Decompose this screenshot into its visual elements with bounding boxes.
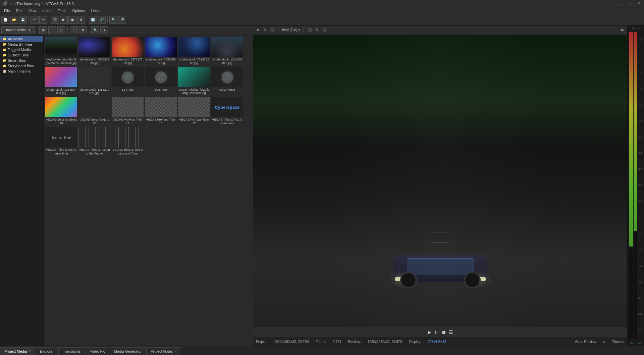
properties-button[interactable]: i	[70, 26, 78, 34]
toolbar: 📄 📂 💾 ↩ ↪ 🎬 ▶ ⏹ ⏸ 🔄 🔗 🔍 🔎	[0, 14, 644, 26]
preview-stop-button[interactable]: ⏹	[441, 329, 446, 335]
menu-edit[interactable]: Edit	[13, 8, 25, 13]
media-item-4[interactable]: shutterstock_705666589.jpg	[145, 36, 177, 66]
media-label-6: shutterstock_1261486828.jpg	[212, 58, 243, 65]
media-item-cyberspace[interactable]: Cyberspace VEGAS Titles & Text Cyberspac…	[211, 96, 244, 126]
preview-settings-button[interactable]: ⚙	[255, 28, 261, 33]
media-item-gamer[interactable]: Gamer time VEGAS Titles & Text Gamer tim…	[45, 127, 77, 156]
media-thumb-7	[45, 67, 77, 87]
sidebar-item-smart-bins[interactable]: 📁 Smart Bins	[0, 58, 43, 63]
media-thumb-4	[145, 37, 177, 57]
media-item-sly[interactable]: 🎵 SLY.mp3	[111, 66, 144, 96]
sidebar-item-all-media[interactable]: 📁 All Media	[0, 36, 43, 42]
tab-transitions[interactable]: Transitions	[58, 347, 85, 355]
import-dropdown-icon[interactable]: ▾	[29, 28, 30, 32]
media-item-2[interactable]: shutterstock_496542295.jpg	[78, 36, 111, 66]
media-label-protype-17: VEGAS ProType Titler 17	[178, 118, 210, 125]
view-list-button[interactable]: ☰	[48, 26, 56, 34]
media-item-protype-17[interactable]: VEGAS ProType Titler 17	[178, 96, 210, 126]
menu-file[interactable]: File	[1, 8, 13, 13]
media-item-8[interactable]: shutterstock_1386279077.jpg	[78, 66, 111, 96]
tab-project-media[interactable]: Project Media ✕	[0, 347, 35, 355]
menu-view[interactable]: View	[26, 8, 39, 13]
media-item-space-time[interactable]: VEGAS Titles & Text Space and Time	[111, 127, 144, 156]
close-button[interactable]: ✕	[636, 1, 641, 6]
media-item-sourav[interactable]: sourav-mishra-P6i2v-l1aNg-unsplash.jpg	[178, 66, 210, 96]
filter-button[interactable]: ▾	[100, 26, 108, 34]
media-label-space-time: VEGAS Titles & Text Space and Time	[112, 148, 143, 156]
tab-media-generator[interactable]: Media Generator	[110, 347, 146, 355]
tab-explorer[interactable]: Explorer	[36, 347, 58, 355]
media-item-sos[interactable]: 🎵 SOS.mp3	[145, 66, 177, 96]
undo-button[interactable]: ↩	[31, 16, 39, 24]
preview-pause-button[interactable]: ⏸	[434, 329, 439, 335]
meter-tick-labels: -3-6-9-12-15-18-21-24-27-30-33-36-39-42-…	[638, 32, 643, 339]
video-preview-label: Video Preview	[575, 340, 596, 344]
media-label-sly: SLY.mp3	[122, 88, 133, 92]
media-item-7[interactable]: shutterstock_1354817051.jpg	[45, 66, 77, 96]
sidebar-item-custom-bins[interactable]: 📁 Custom Bins	[0, 52, 43, 58]
preview-menu-button[interactable]: ☰	[449, 329, 453, 335]
media-thumb-into-future	[78, 127, 110, 147]
preview-safe-zones[interactable]: ⬛	[321, 28, 328, 33]
media-thumb-2	[78, 37, 110, 57]
media-item-color-gradient[interactable]: VEGAS Color Gradient 19	[45, 96, 77, 126]
media-item-noise-texture[interactable]: VEGAS Noise Texture 20	[78, 96, 111, 126]
media-item-protype-16[interactable]: VEGAS ProType Titler 16	[145, 96, 177, 126]
view-thumbnails-button[interactable]: ⊞	[39, 26, 47, 34]
preview-scopes-button[interactable]: ⬛	[269, 28, 276, 33]
sidebar-item-media-by-type[interactable]: 📁 Media By Type	[0, 42, 43, 47]
media-item-5[interactable]: shutterstock_711420265.jpg	[178, 36, 210, 66]
tab-project-notes[interactable]: Project Notes ✕	[146, 347, 181, 355]
remove-button[interactable]: ✕	[79, 26, 87, 34]
save-button[interactable]: 💾	[19, 16, 27, 24]
tab-video-fx[interactable]: Video FX	[86, 347, 109, 355]
auto-preview-button[interactable]: ▷	[57, 26, 65, 34]
preview-fx-button[interactable]: fx	[262, 28, 268, 33]
media-item-6[interactable]: shutterstock_1261486828.jpg	[211, 36, 244, 66]
redo-button[interactable]: ↪	[39, 16, 47, 24]
media-item-3[interactable]: shutterstock_597717269.jpg	[111, 36, 144, 66]
folder-icon: 📁	[3, 37, 6, 41]
play-button[interactable]: ▶	[60, 16, 68, 24]
sidebar-item-main-timeline[interactable]: 📋 Main Timeline	[0, 69, 43, 74]
preview-quality-dropdown[interactable]: Best (Full) ▾	[281, 28, 301, 33]
video-preview-close[interactable]: ✕	[603, 340, 605, 344]
pause-button[interactable]: ⏸	[77, 16, 85, 24]
zoom-in-button[interactable]: 🔍	[109, 16, 117, 24]
media-label-cyberspace: VEGAS Titles & Text Cyberspace	[212, 118, 243, 125]
render-button[interactable]: 🎬	[51, 16, 59, 24]
stop-button[interactable]: ⏹	[68, 16, 76, 24]
sidebar-item-tagged-media[interactable]: 📁 Tagged Media	[0, 47, 43, 52]
sidebar-item-storyboard-bins[interactable]: 📁 Storyboard Bins	[0, 63, 43, 69]
right-panel-wrapper: ⚙ fx ⬛ Best (Full) ▾ ⬛ fx ⬛ 🖥	[253, 26, 644, 346]
new-button[interactable]: 📄	[1, 16, 9, 24]
media-item-into-future[interactable]: VEGAS Titles & Text Into the Future	[78, 127, 111, 156]
menu-help[interactable]: Help	[88, 8, 101, 13]
sidebar-tree: 📁 All Media 📁 Media By Type 📁 Tagged Med…	[0, 35, 44, 346]
tab-close-project-notes[interactable]: ✕	[174, 349, 177, 353]
minimize-button[interactable]: —	[620, 1, 625, 6]
loop-button[interactable]: 🔄	[89, 16, 97, 24]
search-button[interactable]: 🔍	[91, 26, 99, 34]
snap-button[interactable]: 🔗	[98, 16, 106, 24]
preview-play-button[interactable]: ▶	[428, 329, 431, 335]
preview-external-monitor[interactable]: 🖥	[619, 28, 625, 33]
import-media-button[interactable]: Import Media... ▾	[1, 26, 35, 34]
media-label-noise-texture: VEGAS Noise Texture 20	[79, 118, 110, 125]
preview-video	[253, 35, 627, 327]
media-item-protype-14[interactable]: VEGAS ProType Titler 14	[111, 96, 144, 126]
maximize-button[interactable]: □	[628, 1, 633, 6]
media-item-sowk[interactable]: 🎵 SOWK.mp3	[211, 66, 244, 96]
preview-crop-button[interactable]: fx	[314, 28, 320, 33]
menu-options[interactable]: Options	[70, 8, 88, 13]
preview-split-button[interactable]: ⬛	[306, 28, 313, 33]
media-item-1[interactable]: fredrick-tendong-6ou8gWp59ns-unsplash.jp…	[45, 36, 77, 66]
media-grid: fredrick-tendong-6ou8gWp59ns-unsplash.jp…	[44, 35, 253, 346]
menu-tools[interactable]: Tools	[55, 8, 69, 13]
media-panel: Import Media... ▾ ⊞ ☰ ▷ i ✕ 🔍 ▾ 📁 All Me…	[0, 26, 253, 346]
menu-insert[interactable]: Insert	[40, 8, 54, 13]
zoom-out-button[interactable]: 🔎	[118, 16, 126, 24]
tab-close-project-media[interactable]: ✕	[28, 349, 31, 353]
open-button[interactable]: 📂	[10, 16, 18, 24]
